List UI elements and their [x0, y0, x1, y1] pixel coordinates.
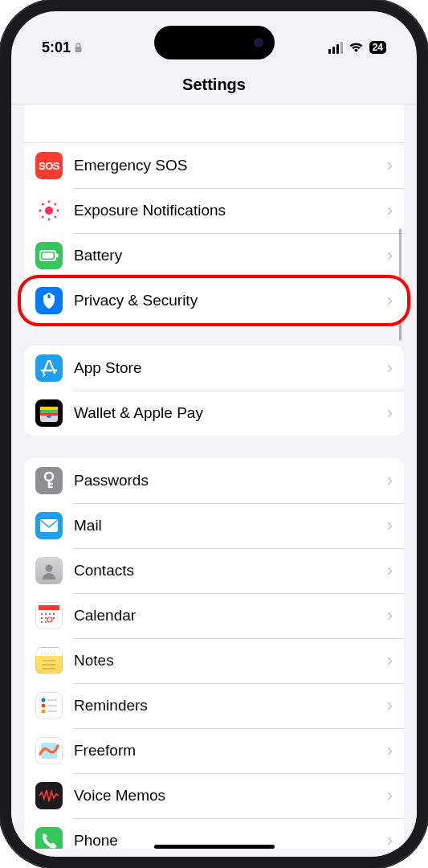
wifi-icon [349, 42, 364, 53]
svg-point-9 [54, 215, 56, 218]
svg-rect-11 [43, 253, 54, 259]
chevron-right-icon: › [387, 200, 393, 221]
sidebar-item-wallet[interactable]: Wallet & Apple Pay › [24, 391, 404, 436]
svg-point-6 [42, 203, 44, 206]
svg-point-3 [48, 219, 51, 221]
svg-point-28 [53, 613, 55, 615]
svg-point-30 [45, 617, 47, 619]
svg-point-27 [49, 613, 51, 615]
list-item[interactable] [24, 104, 404, 143]
row-label: Battery [74, 247, 387, 264]
chevron-right-icon: › [387, 245, 393, 266]
chevron-right-icon: › [387, 290, 393, 311]
svg-point-39 [42, 698, 46, 702]
chevron-right-icon: › [387, 695, 393, 716]
svg-point-33 [45, 621, 47, 623]
phone-icon [35, 827, 63, 849]
svg-point-40 [42, 704, 46, 708]
chevron-right-icon: › [387, 515, 393, 536]
svg-point-8 [42, 215, 44, 218]
chevron-right-icon: › [387, 605, 393, 626]
sidebar-item-passwords[interactable]: Passwords › [24, 458, 404, 503]
home-indicator[interactable] [154, 845, 275, 849]
passwords-icon [35, 467, 63, 494]
privacy-icon [35, 287, 63, 314]
lock-icon [74, 43, 83, 53]
row-label: App Store [74, 359, 387, 377]
svg-rect-22 [40, 519, 58, 532]
phone-frame: 5:01 24 Settings [0, 0, 428, 868]
chevron-right-icon: › [387, 560, 393, 581]
chevron-right-icon: › [387, 740, 393, 761]
svg-rect-15 [47, 298, 52, 304]
sidebar-item-freeform[interactable]: Freeform › [24, 728, 404, 773]
chevron-right-icon: › [387, 785, 393, 806]
chevron-right-icon: › [387, 650, 393, 671]
svg-point-7 [54, 203, 56, 206]
svg-point-5 [57, 210, 59, 212]
notes-icon [35, 647, 63, 674]
chevron-right-icon: › [387, 403, 393, 424]
battery-icon: 24 [369, 41, 386, 54]
sidebar-item-privacy-security[interactable]: Privacy & Security › [18, 275, 410, 326]
sidebar-item-app-store[interactable]: App Store › [24, 346, 404, 391]
freeform-icon [35, 737, 63, 764]
row-label: Reminders [74, 697, 387, 714]
settings-section: Passwords › Mail › Contacts › [24, 458, 404, 849]
row-label: Mail [74, 517, 387, 534]
row-label: Exposure Notifications [74, 202, 387, 219]
svg-rect-12 [56, 254, 59, 258]
svg-rect-18 [40, 410, 58, 414]
calendar-icon [35, 602, 63, 629]
sidebar-item-mail[interactable]: Mail › [24, 503, 404, 548]
sidebar-item-voice-memos[interactable]: Voice Memos › [24, 773, 404, 818]
svg-point-31 [53, 617, 55, 619]
sidebar-item-contacts[interactable]: Contacts › [24, 548, 404, 593]
svg-point-29 [41, 617, 43, 619]
row-label: Freeform [74, 742, 387, 760]
appstore-icon [35, 354, 63, 382]
settings-list[interactable]: SOS Emergency SOS › Exposure Notificatio… [11, 104, 417, 849]
chevron-right-icon: › [387, 470, 393, 491]
svg-point-4 [39, 210, 42, 212]
chevron-right-icon: › [387, 155, 393, 176]
row-label: Calendar [74, 607, 387, 624]
voicememos-icon [35, 782, 63, 809]
sidebar-item-reminders[interactable]: Reminders › [24, 683, 404, 728]
sidebar-item-emergency-sos[interactable]: SOS Emergency SOS › [24, 143, 404, 188]
sidebar-item-calendar[interactable]: Calendar › [24, 593, 404, 638]
svg-point-1 [45, 207, 53, 215]
row-label: Voice Memos [74, 787, 387, 805]
svg-point-41 [42, 710, 46, 714]
reminders-icon [35, 692, 63, 719]
dynamic-island [154, 26, 275, 59]
sidebar-item-battery[interactable]: Battery › [24, 233, 404, 278]
sidebar-item-notes[interactable]: Notes › [24, 638, 404, 683]
exposure-icon [35, 197, 63, 224]
status-time: 5:01 [42, 39, 71, 56]
svg-point-32 [41, 621, 43, 623]
row-label: Emergency SOS [74, 157, 387, 174]
sos-icon: SOS [35, 152, 63, 179]
svg-rect-0 [75, 47, 82, 52]
chevron-right-icon: › [387, 358, 393, 379]
svg-rect-17 [40, 407, 58, 411]
svg-point-21 [45, 473, 53, 481]
row-label: Wallet & Apple Pay [74, 404, 387, 422]
page-title: Settings [11, 64, 417, 104]
row-label: Passwords [74, 472, 387, 489]
wallet-icon [35, 399, 63, 427]
row-label: Privacy & Security [74, 292, 387, 309]
mail-icon [35, 512, 63, 539]
settings-section: SOS Emergency SOS › Exposure Notificatio… [24, 104, 404, 326]
sidebar-item-exposure-notifications[interactable]: Exposure Notifications › [24, 188, 404, 233]
svg-point-26 [45, 613, 47, 615]
svg-point-2 [48, 201, 51, 203]
svg-point-23 [46, 565, 53, 572]
chevron-right-icon: › [387, 830, 393, 849]
cellular-signal-icon [328, 42, 343, 54]
battery-settings-icon [35, 242, 63, 269]
screen: 5:01 24 Settings [11, 11, 417, 857]
contacts-icon [35, 557, 63, 584]
svg-point-34 [47, 617, 52, 622]
